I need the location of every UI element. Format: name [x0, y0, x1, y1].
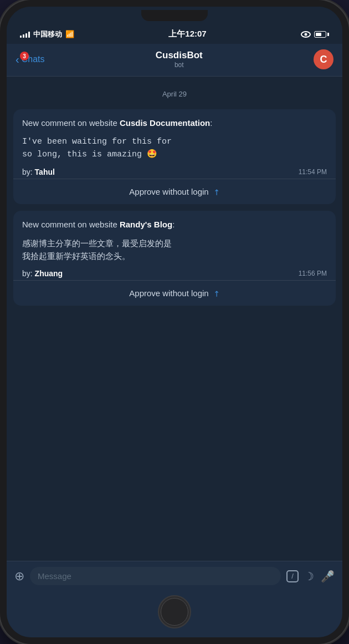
message-time-2: 11:56 PM [299, 270, 327, 277]
chevron-left-icon: ‹ [16, 54, 19, 65]
message-by-1: by: Tahul [22, 168, 55, 176]
message-author-1: Tahul [35, 168, 55, 176]
message-footer-2: by: Zhuang 11:56 PM [22, 269, 327, 280]
message-body-2: 感谢博主分享的一些文章，最受启发的是我拾起重新学好英语的念头。 [22, 237, 327, 263]
bot-type: bot [156, 61, 203, 69]
battery-body [314, 31, 326, 38]
message-header-2: New comment on website Randy's Blog: [22, 219, 327, 231]
approve-button-text-2: Approve without login [129, 288, 208, 298]
battery [314, 31, 329, 38]
notch [141, 10, 208, 21]
status-time: 上午12:07 [168, 29, 206, 39]
status-bar: 中国移动 📶 上午12:07 [7, 21, 342, 44]
signal-bars [20, 31, 30, 38]
slash-badge[interactable]: / [286, 570, 299, 582]
date-divider: April 29 [13, 90, 336, 98]
attach-icon[interactable]: ⊕ [14, 569, 24, 584]
message-header-1: New comment on website Cusdis Documentat… [22, 117, 327, 130]
battery-fill [316, 33, 321, 36]
mic-icon[interactable]: 🎤 [321, 570, 335, 583]
battery-tip [327, 33, 329, 36]
message-colon-2: : [172, 220, 174, 229]
home-button[interactable] [158, 595, 191, 628]
message-site-1: Cusdis Documentation [120, 118, 210, 128]
approve-button-2[interactable]: Approve without login ↗ [13, 280, 336, 306]
phone-frame: 中国移动 📶 上午12:07 ‹ 3 Chats [0, 0, 349, 644]
message-placeholder: Message [38, 571, 273, 581]
bot-name: CusdisBot [156, 50, 203, 61]
nav-bar: ‹ 3 Chats CusdisBot bot C [7, 44, 342, 77]
approve-arrow-1: ↗ [211, 186, 222, 197]
eye-icon [301, 31, 311, 38]
message-author-2: Zhuang [35, 269, 63, 278]
nav-avatar[interactable]: C [314, 49, 333, 69]
input-bar: ⊕ Message / ☽ 🎤 [7, 561, 342, 591]
approve-button-text-1: Approve without login [129, 187, 208, 196]
message-site-2: Randy's Blog [120, 220, 172, 229]
message-bubble-1: New comment on website Cusdis Documentat… [13, 109, 336, 204]
message-colon-1: : [210, 118, 212, 128]
nav-title: CusdisBot bot [156, 50, 203, 69]
carrier-label: 中国移动 [33, 29, 62, 39]
message-by-2: by: Zhuang [22, 269, 63, 278]
message-header-prefix-2: New comment on website [22, 220, 120, 229]
message-bubble-2: New comment on website Randy's Blog: 感谢博… [13, 211, 336, 306]
home-indicator-area [7, 591, 342, 637]
approve-button-1[interactable]: Approve without login ↗ [13, 179, 336, 204]
message-footer-1: by: Tahul 11:54 PM [22, 168, 327, 179]
screen: 中国移动 📶 上午12:07 ‹ 3 Chats [7, 7, 342, 637]
home-button-inner [161, 598, 188, 626]
chat-area: April 29 New comment on website Cusdis D… [7, 77, 342, 561]
message-body-1: I've been waiting for this forso long, t… [22, 135, 327, 161]
message-input-field[interactable]: Message [30, 567, 281, 585]
back-button[interactable]: ‹ 3 Chats [16, 54, 44, 65]
status-left: 中国移动 📶 [20, 29, 74, 39]
message-time-1: 11:54 PM [299, 168, 327, 176]
message-header-prefix-1: New comment on website [22, 118, 120, 128]
wifi-icon: 📶 [65, 30, 74, 38]
back-badge: 3 [20, 52, 29, 60]
input-right-icons: ☽ 🎤 [304, 570, 335, 583]
status-right [301, 31, 329, 38]
moon-icon[interactable]: ☽ [304, 570, 314, 583]
approve-arrow-2: ↗ [211, 288, 222, 299]
notch-area [7, 7, 342, 21]
